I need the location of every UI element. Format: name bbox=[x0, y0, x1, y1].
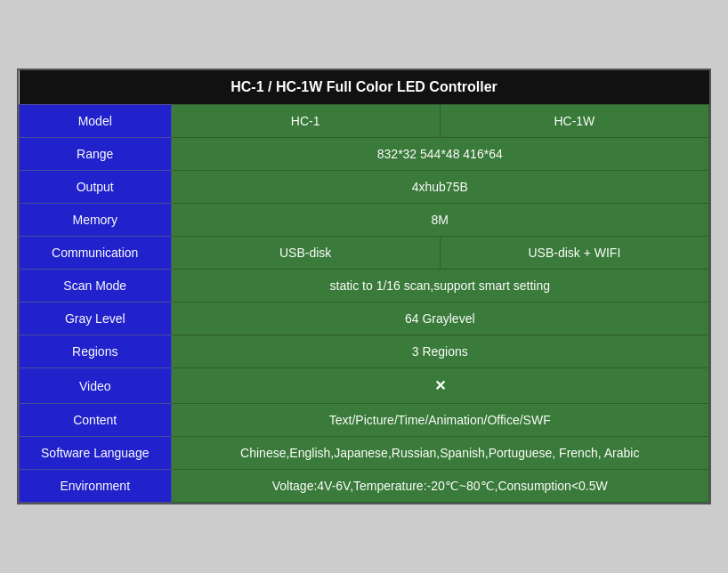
row-value-col2: HC-1W bbox=[440, 105, 708, 138]
row-value: 3 Regions bbox=[171, 335, 709, 368]
row-value: static to 1/16 scan,support smart settin… bbox=[171, 270, 709, 303]
table-row: Software LanguageChinese,English,Japanes… bbox=[20, 437, 709, 470]
row-value: Text/Picture/Time/Animation/Office/SWF bbox=[171, 404, 709, 437]
row-label: Content bbox=[20, 404, 172, 437]
table-row: ModelHC-1HC-1W bbox=[20, 105, 709, 138]
row-label: Communication bbox=[20, 237, 172, 270]
row-value-col1: USB-disk bbox=[171, 237, 440, 270]
row-value-col2: USB-disk + WIFI bbox=[440, 237, 708, 270]
row-label: Memory bbox=[20, 204, 172, 237]
row-value: ✕ bbox=[171, 368, 709, 404]
table-row: Memory8M bbox=[20, 204, 709, 237]
row-label: Video bbox=[20, 368, 172, 404]
row-label: Model bbox=[20, 105, 172, 138]
table-row: Range832*32 544*48 416*64 bbox=[20, 138, 709, 171]
row-label: Scan Mode bbox=[20, 270, 172, 303]
row-value: 4xhub75B bbox=[171, 171, 709, 204]
row-label: Output bbox=[20, 171, 172, 204]
table-row: ContentText/Picture/Time/Animation/Offic… bbox=[20, 404, 709, 437]
table-row: Video✕ bbox=[20, 368, 709, 404]
row-value: Voltage:4V-6V,Temperature:-20℃~80℃,Consu… bbox=[171, 470, 709, 503]
row-label: Environment bbox=[20, 470, 172, 503]
row-value: 832*32 544*48 416*64 bbox=[171, 138, 709, 171]
table-row: Regions3 Regions bbox=[20, 335, 709, 368]
specs-table: HC-1 / HC-1W Full Color LED ControllerMo… bbox=[19, 70, 709, 503]
main-table-wrapper: HC-1 / HC-1W Full Color LED ControllerMo… bbox=[17, 69, 711, 504]
table-row: Gray Level64 Graylevel bbox=[20, 303, 709, 335]
row-label: Gray Level bbox=[20, 303, 172, 335]
table-row: Output4xhub75B bbox=[20, 171, 709, 204]
table-row: Scan Modestatic to 1/16 scan,support sma… bbox=[20, 270, 709, 303]
row-label: Regions bbox=[20, 335, 172, 368]
header-row: HC-1 / HC-1W Full Color LED Controller bbox=[20, 70, 709, 105]
row-value-col1: HC-1 bbox=[171, 105, 440, 138]
row-value: 8M bbox=[171, 204, 709, 237]
row-value: 64 Graylevel bbox=[171, 303, 709, 335]
table-row: CommunicationUSB-diskUSB-disk + WIFI bbox=[20, 237, 709, 270]
table-row: EnvironmentVoltage:4V-6V,Temperature:-20… bbox=[20, 470, 709, 503]
table-title: HC-1 / HC-1W Full Color LED Controller bbox=[20, 70, 709, 105]
row-label: Software Language bbox=[20, 437, 172, 470]
row-value: Chinese,English,Japanese,Russian,Spanish… bbox=[171, 437, 709, 470]
row-label: Range bbox=[20, 138, 172, 171]
